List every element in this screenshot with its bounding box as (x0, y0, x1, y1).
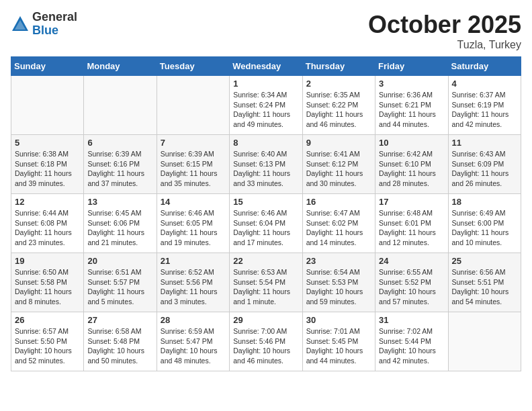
calendar-cell (11, 76, 84, 135)
day-info: Sunrise: 6:40 AM Sunset: 6:13 PM Dayligh… (233, 149, 298, 189)
day-info: Sunrise: 6:54 AM Sunset: 5:53 PM Dayligh… (306, 267, 371, 307)
day-number: 24 (379, 256, 444, 266)
weekday-header: Tuesday (157, 57, 229, 76)
calendar-cell: 28Sunrise: 6:59 AM Sunset: 5:47 PM Dayli… (157, 312, 229, 371)
header-row: SundayMondayTuesdayWednesdayThursdayFrid… (11, 57, 521, 76)
calendar-cell: 6Sunrise: 6:39 AM Sunset: 6:16 PM Daylig… (84, 135, 157, 194)
calendar-cell (448, 312, 521, 371)
day-number: 31 (379, 315, 444, 325)
calendar-cell: 21Sunrise: 6:52 AM Sunset: 5:56 PM Dayli… (157, 253, 229, 312)
day-info: Sunrise: 6:38 AM Sunset: 6:18 PM Dayligh… (15, 149, 80, 189)
day-number: 4 (452, 79, 517, 89)
calendar-week-row: 26Sunrise: 6:57 AM Sunset: 5:50 PM Dayli… (11, 312, 521, 371)
day-info: Sunrise: 7:01 AM Sunset: 5:45 PM Dayligh… (306, 326, 371, 366)
weekday-header: Monday (84, 57, 157, 76)
day-info: Sunrise: 6:41 AM Sunset: 6:12 PM Dayligh… (306, 149, 371, 189)
day-number: 23 (306, 256, 371, 266)
day-number: 12 (15, 197, 80, 207)
day-info: Sunrise: 6:43 AM Sunset: 6:09 PM Dayligh… (452, 149, 517, 189)
day-number: 5 (15, 138, 80, 148)
calendar-cell: 3Sunrise: 6:36 AM Sunset: 6:21 PM Daylig… (375, 76, 448, 135)
day-number: 25 (452, 256, 517, 266)
calendar-cell: 24Sunrise: 6:55 AM Sunset: 5:52 PM Dayli… (375, 253, 448, 312)
day-number: 7 (161, 138, 226, 148)
weekday-header: Sunday (11, 57, 84, 76)
calendar-cell: 17Sunrise: 6:48 AM Sunset: 6:01 PM Dayli… (375, 194, 448, 253)
day-info: Sunrise: 6:49 AM Sunset: 6:00 PM Dayligh… (452, 208, 517, 248)
day-info: Sunrise: 6:48 AM Sunset: 6:01 PM Dayligh… (379, 208, 444, 248)
day-number: 9 (306, 138, 371, 148)
day-number: 15 (233, 197, 298, 207)
day-number: 18 (452, 197, 517, 207)
calendar-cell: 5Sunrise: 6:38 AM Sunset: 6:18 PM Daylig… (11, 135, 84, 194)
day-info: Sunrise: 6:51 AM Sunset: 5:57 PM Dayligh… (87, 267, 152, 307)
day-info: Sunrise: 6:42 AM Sunset: 6:10 PM Dayligh… (379, 149, 444, 189)
calendar-cell: 25Sunrise: 6:56 AM Sunset: 5:51 PM Dayli… (448, 253, 521, 312)
day-number: 16 (306, 197, 371, 207)
weekday-header: Friday (375, 57, 448, 76)
day-number: 8 (233, 138, 298, 148)
day-info: Sunrise: 6:53 AM Sunset: 5:54 PM Dayligh… (233, 267, 298, 307)
day-info: Sunrise: 6:39 AM Sunset: 6:15 PM Dayligh… (161, 149, 226, 189)
day-number: 20 (87, 256, 152, 266)
day-number: 17 (379, 197, 444, 207)
day-number: 2 (306, 79, 371, 89)
day-number: 13 (87, 197, 152, 207)
calendar-cell: 15Sunrise: 6:46 AM Sunset: 6:04 PM Dayli… (230, 194, 302, 253)
month-title: October 2025 (368, 11, 521, 39)
day-info: Sunrise: 6:37 AM Sunset: 6:19 PM Dayligh… (452, 90, 517, 130)
day-number: 28 (161, 315, 226, 325)
day-number: 19 (15, 256, 80, 266)
day-info: Sunrise: 6:45 AM Sunset: 6:06 PM Dayligh… (87, 208, 152, 248)
day-number: 11 (452, 138, 517, 148)
day-number: 21 (161, 256, 226, 266)
calendar-cell: 10Sunrise: 6:42 AM Sunset: 6:10 PM Dayli… (375, 135, 448, 194)
calendar-cell: 2Sunrise: 6:35 AM Sunset: 6:22 PM Daylig… (302, 76, 375, 135)
calendar-cell (84, 76, 157, 135)
weekday-header: Wednesday (230, 57, 302, 76)
logo-text: General Blue (32, 11, 77, 38)
calendar-cell: 23Sunrise: 6:54 AM Sunset: 5:53 PM Dayli… (302, 253, 375, 312)
calendar-cell: 14Sunrise: 6:46 AM Sunset: 6:05 PM Dayli… (157, 194, 229, 253)
calendar-cell: 27Sunrise: 6:58 AM Sunset: 5:48 PM Dayli… (84, 312, 157, 371)
calendar-cell: 1Sunrise: 6:34 AM Sunset: 6:24 PM Daylig… (230, 76, 302, 135)
calendar-cell: 4Sunrise: 6:37 AM Sunset: 6:19 PM Daylig… (448, 76, 521, 135)
day-info: Sunrise: 7:02 AM Sunset: 5:44 PM Dayligh… (379, 326, 444, 366)
calendar-week-row: 5Sunrise: 6:38 AM Sunset: 6:18 PM Daylig… (11, 135, 521, 194)
day-info: Sunrise: 6:46 AM Sunset: 6:05 PM Dayligh… (161, 208, 226, 248)
day-info: Sunrise: 6:39 AM Sunset: 6:16 PM Dayligh… (87, 149, 152, 189)
calendar-week-row: 12Sunrise: 6:44 AM Sunset: 6:08 PM Dayli… (11, 194, 521, 253)
calendar-cell: 30Sunrise: 7:01 AM Sunset: 5:45 PM Dayli… (302, 312, 375, 371)
day-info: Sunrise: 6:59 AM Sunset: 5:47 PM Dayligh… (161, 326, 226, 366)
day-info: Sunrise: 6:34 AM Sunset: 6:24 PM Dayligh… (233, 90, 298, 130)
day-info: Sunrise: 6:36 AM Sunset: 6:21 PM Dayligh… (379, 90, 444, 130)
day-number: 14 (161, 197, 226, 207)
calendar-cell: 26Sunrise: 6:57 AM Sunset: 5:50 PM Dayli… (11, 312, 84, 371)
calendar-week-row: 1Sunrise: 6:34 AM Sunset: 6:24 PM Daylig… (11, 76, 521, 135)
title-section: October 2025 Tuzla, Turkey (368, 11, 521, 51)
day-info: Sunrise: 6:44 AM Sunset: 6:08 PM Dayligh… (15, 208, 80, 248)
day-info: Sunrise: 6:50 AM Sunset: 5:58 PM Dayligh… (15, 267, 80, 307)
day-number: 27 (87, 315, 152, 325)
day-number: 1 (233, 79, 298, 89)
logo-general-text: General (32, 11, 77, 24)
calendar-cell: 29Sunrise: 7:00 AM Sunset: 5:46 PM Dayli… (230, 312, 302, 371)
calendar-cell: 31Sunrise: 7:02 AM Sunset: 5:44 PM Dayli… (375, 312, 448, 371)
calendar-cell: 22Sunrise: 6:53 AM Sunset: 5:54 PM Dayli… (230, 253, 302, 312)
day-number: 22 (233, 256, 298, 266)
calendar-cell: 19Sunrise: 6:50 AM Sunset: 5:58 PM Dayli… (11, 253, 84, 312)
calendar-cell: 8Sunrise: 6:40 AM Sunset: 6:13 PM Daylig… (230, 135, 302, 194)
day-number: 30 (306, 315, 371, 325)
weekday-header: Saturday (448, 57, 521, 76)
day-number: 3 (379, 79, 444, 89)
calendar-cell: 7Sunrise: 6:39 AM Sunset: 6:15 PM Daylig… (157, 135, 229, 194)
logo: General Blue (11, 11, 77, 38)
day-info: Sunrise: 6:46 AM Sunset: 6:04 PM Dayligh… (233, 208, 298, 248)
calendar-cell: 16Sunrise: 6:47 AM Sunset: 6:02 PM Dayli… (302, 194, 375, 253)
day-info: Sunrise: 6:57 AM Sunset: 5:50 PM Dayligh… (15, 326, 80, 366)
calendar-cell: 9Sunrise: 6:41 AM Sunset: 6:12 PM Daylig… (302, 135, 375, 194)
calendar-cell: 13Sunrise: 6:45 AM Sunset: 6:06 PM Dayli… (84, 194, 157, 253)
day-info: Sunrise: 7:00 AM Sunset: 5:46 PM Dayligh… (233, 326, 298, 366)
calendar-cell: 18Sunrise: 6:49 AM Sunset: 6:00 PM Dayli… (448, 194, 521, 253)
day-number: 26 (15, 315, 80, 325)
